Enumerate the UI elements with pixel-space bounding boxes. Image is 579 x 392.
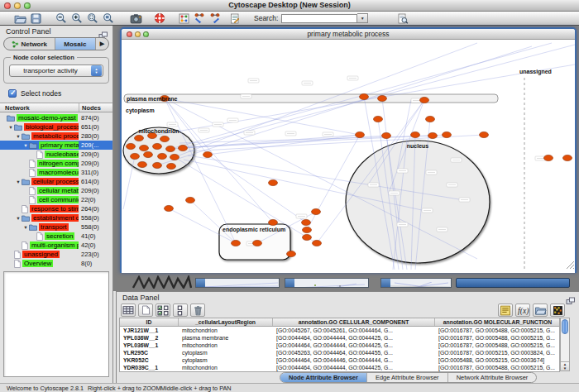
file-icon	[22, 241, 28, 250]
tab-node-attribute-browser[interactable]: Node Attribute Browser	[280, 373, 367, 382]
network-window-titlebar[interactable]: primary metabolic process	[122, 29, 575, 40]
tree-expander-icon[interactable]: ▼	[7, 125, 14, 130]
minimized-window-zigzag[interactable]	[132, 275, 192, 292]
table-row[interactable]: YDR039C__1mitochondrion[GO:0044464, GO:0…	[120, 364, 559, 371]
table-cell: [GO:0016787, GO:0005488, GO:0005215, G..…	[435, 334, 561, 342]
scrollbar-thumb[interactable]	[562, 319, 568, 334]
zoom-fit-icon[interactable]	[102, 12, 115, 24]
combobox-arrows-icon[interactable]: ▲▼	[91, 65, 102, 76]
toolbar-icons-slot	[13, 12, 244, 24]
table-cell: mitochondrion	[179, 364, 273, 371]
tree-expander-icon[interactable]: ▼	[15, 216, 22, 221]
import-attributes-button[interactable]	[533, 304, 548, 317]
column-header[interactable]: annotation.GO CELLULAR_COMPONENT	[273, 318, 435, 326]
table-row[interactable]: YLR295Ccytoplasm[GO:0045263, GO:0044464,…	[120, 349, 559, 356]
tree-row-secretion[interactable]: secretion41(0)	[0, 232, 112, 241]
select-nodes-label: Select nodes	[21, 89, 61, 98]
tree-expander-icon[interactable]: ▼	[22, 143, 29, 148]
tree-row-overview[interactable]: Overview8(0)	[0, 259, 112, 268]
network-view-window[interactable]: primary metabolic process plasma membran…	[120, 27, 577, 273]
resize-grip-icon[interactable]	[566, 258, 575, 273]
tree-row-nitrogen-compo[interactable]: nitrogen compo209(0)	[0, 159, 112, 168]
attribute-table-header[interactable]: ID_cellularLayoutRegionannotation.GO CEL…	[119, 318, 560, 327]
tree-row-transport[interactable]: ▼transport558(0)	[0, 222, 112, 232]
column-header[interactable]: _cellularLayoutRegion	[179, 318, 273, 326]
search-input[interactable]	[281, 14, 357, 23]
net-minimize-button[interactable]	[135, 31, 141, 37]
tree-expander-icon[interactable]: ▼	[15, 179, 22, 184]
tree-row-node-count: 874(0)	[81, 114, 99, 122]
tab-edge-attribute-browser[interactable]: Edge Attribute Browser	[367, 373, 448, 382]
tree-row-cellular-process[interactable]: ▼cellular process614(0)	[0, 177, 112, 186]
enhanced-search-icon[interactable]	[396, 12, 409, 24]
tree-row-establishment-of-lo[interactable]: ▼establishment of lo558(0)	[0, 213, 112, 222]
minimized-window[interactable]	[380, 278, 452, 288]
status-message: Middle-click + drag to PAN	[160, 385, 232, 392]
tree-row-macromolecule[interactable]: macromolecule311(0)	[0, 168, 112, 177]
tree-row-metabolic-process[interactable]: ▼metabolic process280(0)	[0, 131, 112, 141]
tree-row-label: establishment of lo	[31, 214, 79, 222]
tab-network-attribute-browser[interactable]: Network Attribute Browser	[448, 373, 537, 382]
tree-row-nucleobase-[interactable]: nucleobase-209(0)	[0, 150, 112, 159]
select-nodes-checkbox[interactable]	[8, 89, 17, 98]
table-row[interactable]: YKR052Ccytoplasm[GO:0044464, GO:0044446,…	[120, 356, 559, 364]
tree-row-lead: ▼biological_process	[0, 123, 79, 131]
table-row[interactable]: YPL036W__1mitochondrion[GO:0044464, GO:0…	[120, 342, 559, 349]
zoom-out-icon[interactable]	[55, 12, 68, 24]
scrollbar-buttons[interactable]: ▲▼	[561, 361, 569, 370]
table-scrollbar[interactable]: ▲▼	[560, 318, 570, 371]
batch-select-attributes-button[interactable]	[156, 304, 170, 317]
tab-mosaic[interactable]: Mosaic	[55, 38, 96, 50]
edge	[190, 200, 236, 243]
save-session-icon[interactable]	[29, 12, 42, 24]
create-attribute-button[interactable]	[138, 304, 153, 317]
zoom-in-icon[interactable]	[70, 12, 84, 24]
tree-row-primary-metabo[interactable]: ▼primary metabo209(...	[0, 141, 112, 150]
float-panel-icon[interactable]	[98, 28, 108, 36]
import-network-icon[interactable]	[177, 12, 190, 24]
open-session-icon[interactable]	[13, 12, 26, 24]
node-label-box	[167, 122, 178, 127]
matrix-view-button[interactable]	[550, 304, 565, 317]
tree-row-mosaic-demo-yeast[interactable]: mosaic-demo-yeast874(0)	[0, 113, 112, 122]
import-edge-attributes-icon[interactable]	[208, 12, 222, 24]
column-header[interactable]: annotation.GO MOLECULAR_FUNCTION	[435, 318, 561, 326]
tree-row-cell-communicat[interactable]: cell communicat22(0)	[0, 195, 112, 204]
tree-row-node-count: 41(0)	[81, 232, 96, 240]
minimized-window[interactable]	[195, 278, 280, 288]
tab-overflow-arrow[interactable]: ▶	[96, 38, 108, 50]
float-data-panel-icon[interactable]	[566, 294, 576, 302]
table-row[interactable]: YPL036W__2plasma membrane[GO:0044464, GO…	[120, 334, 559, 342]
snapshot-icon[interactable]	[129, 12, 142, 24]
tree-row-biological-process[interactable]: ▼biological_process651(0)	[0, 122, 112, 131]
import-node-attributes-icon[interactable]	[193, 12, 206, 24]
birds-eye-view[interactable]	[3, 271, 109, 377]
minimized-window-bar[interactable]	[456, 278, 570, 288]
column-header[interactable]: ID	[120, 318, 179, 326]
tree-row-label: nitrogen compo	[37, 160, 79, 167]
tab-network[interactable]: Network	[4, 38, 55, 50]
unselect-attributes-button[interactable]	[173, 304, 188, 317]
function-builder-button[interactable]: f(x)	[515, 304, 530, 317]
tree-header[interactable]: Network Nodes	[0, 103, 112, 112]
tree-expander-icon[interactable]: ▼	[22, 225, 29, 230]
net-zoom-button[interactable]	[143, 31, 149, 37]
zoom-selected-region-icon[interactable]	[86, 12, 99, 24]
delete-attributes-button[interactable]	[190, 304, 205, 317]
tree-row-node-count: 223(0)	[81, 251, 99, 258]
help-ring-icon[interactable]	[153, 12, 166, 24]
node-color-combobox[interactable]: transporter activity ▲▼	[9, 65, 103, 77]
net-close-button[interactable]	[127, 31, 132, 37]
search-dropdown-button[interactable]: ▼	[357, 13, 368, 23]
network-canvas[interactable]: plasma membranecytoplasmmitochondrionnuc…	[122, 40, 575, 273]
tree-row-cellular-metabo[interactable]: cellular metabo209(0)	[0, 186, 112, 195]
annotation-tool-icon[interactable]	[228, 12, 242, 24]
tree-row-unassigned[interactable]: unassigned223(0)	[0, 250, 112, 259]
table-row[interactable]: YJR121W__1mitochondrion[GO:0045267, GO:0…	[120, 327, 559, 334]
tree-row-response-to-stimulu[interactable]: response to stimulu264(0)	[0, 204, 112, 213]
minimized-window[interactable]	[285, 278, 369, 288]
attribute-editor-button[interactable]	[498, 304, 513, 317]
select-attributes-button[interactable]	[121, 304, 136, 317]
tree-expander-icon[interactable]: ▼	[15, 134, 22, 139]
tree-row-multi-organism-pro[interactable]: multi-organism pro42(0)	[0, 241, 112, 250]
